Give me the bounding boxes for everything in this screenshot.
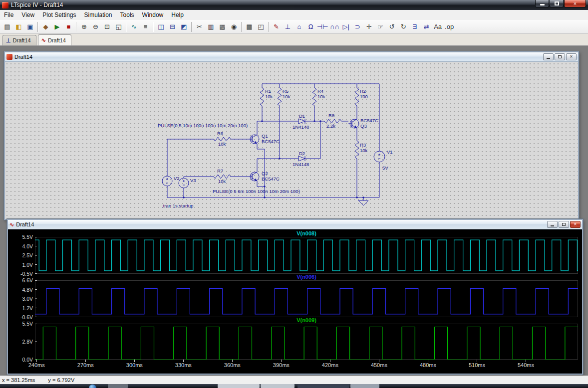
print-icon[interactable]: ▦ xyxy=(244,21,255,32)
schematic-close-button[interactable]: × xyxy=(566,53,577,60)
minimize-button[interactable] xyxy=(535,0,549,7)
paste-icon[interactable]: ▩ xyxy=(217,21,228,32)
trace-title[interactable]: V(n009) xyxy=(35,317,578,324)
resistor-R4[interactable] xyxy=(312,88,316,106)
text-icon[interactable]: Aa xyxy=(432,21,444,32)
ground-symbol[interactable] xyxy=(358,200,368,205)
trace-title[interactable]: V(n006) xyxy=(35,274,578,280)
waveform-close-button[interactable]: × xyxy=(570,221,581,228)
waveform-trace[interactable] xyxy=(35,288,578,314)
find-icon[interactable]: ◉ xyxy=(228,21,240,32)
new-schematic-icon[interactable]: ▤ xyxy=(1,21,13,32)
waveform-trace[interactable] xyxy=(35,327,578,360)
move-icon[interactable]: ✛ xyxy=(363,21,375,32)
diode-icon[interactable]: ▷| xyxy=(340,21,352,32)
schematic-canvas[interactable]: R110kR510kR410kR2100D11N4148D21N4148R82.… xyxy=(5,62,578,219)
voltage-source-V3[interactable] xyxy=(179,178,189,188)
taskbar-item[interactable] xyxy=(350,384,379,388)
zoom-in-icon[interactable]: ⊕ xyxy=(78,21,90,32)
menu-simulation[interactable]: Simulation xyxy=(80,10,116,20)
taskbar-item[interactable] xyxy=(218,384,260,388)
zoom-out-icon[interactable]: ⊖ xyxy=(90,21,101,32)
run-icon[interactable]: ▶ xyxy=(51,21,63,32)
spice-directive-icon[interactable]: .op xyxy=(444,21,455,32)
waveform-window-titlebar[interactable]: ∿ Draft14 × xyxy=(8,220,582,229)
tile-horizontal-icon[interactable]: ⊟ xyxy=(167,21,178,32)
tile-vertical-icon[interactable]: ◫ xyxy=(155,21,167,32)
diode-D1[interactable] xyxy=(298,119,305,124)
menu-help[interactable]: Help xyxy=(167,10,188,20)
control-panel-icon[interactable]: ◆ xyxy=(40,21,51,32)
trace-title[interactable]: V(n008) xyxy=(35,230,578,237)
resistor-R7[interactable] xyxy=(214,175,231,179)
menu-file[interactable]: File xyxy=(0,10,17,20)
diode-D2[interactable] xyxy=(298,156,305,161)
resistor-R1[interactable] xyxy=(260,88,264,106)
copy-icon[interactable]: ▥ xyxy=(205,21,217,32)
waveform-plot[interactable] xyxy=(35,237,578,274)
halt-icon[interactable]: ■ xyxy=(63,21,74,32)
print-preview-icon[interactable]: ◰ xyxy=(255,21,267,32)
menu-plot-settings[interactable]: Plot Settings xyxy=(38,10,80,20)
schematic-label: BC547C xyxy=(262,176,280,182)
schematic-maximize-button[interactable] xyxy=(555,53,565,60)
title-bar[interactable]: LTspice IV - Draft14 × xyxy=(0,0,588,10)
taskbar-item[interactable] xyxy=(108,384,128,388)
schematic-window-titlebar[interactable]: Draft14 × xyxy=(5,52,578,62)
waveform-plot[interactable] xyxy=(35,280,578,317)
resistor-icon[interactable]: Ω xyxy=(305,21,316,32)
waveform-minimize-button[interactable] xyxy=(547,221,558,228)
waveform-trace[interactable] xyxy=(35,240,578,271)
taskbar-item[interactable] xyxy=(261,384,294,388)
open-file-icon[interactable]: ◧ xyxy=(13,21,24,32)
schematic-label: Q2 xyxy=(262,171,268,176)
resistor-R6[interactable] xyxy=(214,137,231,141)
drag-icon[interactable]: ☞ xyxy=(375,21,386,32)
schematic-canvas-svg[interactable]: R110kR510kR410kR2100D11N4148D21N4148R82.… xyxy=(5,62,578,219)
taskbar-item[interactable] xyxy=(297,384,349,388)
close-button[interactable]: × xyxy=(564,0,586,7)
waveform-plot[interactable] xyxy=(35,324,578,360)
inductor-icon[interactable]: ∩∩ xyxy=(329,21,340,32)
component-icon[interactable]: ⊃ xyxy=(352,21,363,32)
undo-icon[interactable]: ↺ xyxy=(386,21,398,32)
menu-view[interactable]: View xyxy=(17,10,38,20)
schematic-window[interactable]: Draft14 × R110kR510kR410kR2100D11N4148D2… xyxy=(4,51,579,220)
waveform-maximize-button[interactable] xyxy=(559,221,569,228)
ground-icon[interactable]: ⊥ xyxy=(282,21,294,32)
schematic-minimize-button[interactable] xyxy=(543,53,554,60)
rotate-icon[interactable]: Ǝ xyxy=(409,21,421,32)
zoom-area-icon[interactable]: ◱ xyxy=(113,21,124,32)
transistor-Q1[interactable] xyxy=(249,132,259,146)
resistor-R3[interactable] xyxy=(355,141,359,159)
mirror-icon[interactable]: ⇄ xyxy=(421,21,432,32)
start-button[interactable] xyxy=(89,385,96,388)
maximize-button[interactable] xyxy=(550,0,564,7)
cursor-x-readout: x = 381.25ms xyxy=(2,377,35,383)
zoom-full-icon[interactable]: ⊡ xyxy=(101,21,113,32)
cascade-windows-icon[interactable]: ◩ xyxy=(178,21,190,32)
waveform-client[interactable]: V(n008)5.5V4.0V2.5V1.0V-0.5VV(n006)6.6V4… xyxy=(8,229,582,374)
cut-icon[interactable]: ✂ xyxy=(194,21,205,32)
waveform-window[interactable]: ∿ Draft14 × V(n008)5.5V4.0V2.5V1.0V-0.5V… xyxy=(7,219,583,375)
tab-draft14-waveform[interactable]: ∿ Draft14 xyxy=(38,34,71,45)
menu-tools[interactable]: Tools xyxy=(116,10,138,20)
draw-wire-icon[interactable]: ✎ xyxy=(271,21,282,32)
save-icon[interactable]: ▣ xyxy=(24,21,36,32)
resistor-R5[interactable] xyxy=(278,88,282,106)
menu-window[interactable]: Window xyxy=(138,10,168,20)
voltage-source-V2[interactable] xyxy=(162,176,172,186)
transistor-Q2[interactable] xyxy=(249,170,259,184)
netlist-icon[interactable]: ≡ xyxy=(140,21,151,32)
capacitor-icon[interactable]: ⊣⊢ xyxy=(316,21,329,32)
redo-icon[interactable]: ↻ xyxy=(398,21,409,32)
minimize-icon xyxy=(551,225,554,226)
tab-draft14-schematic[interactable]: ⊥ Draft14 xyxy=(2,35,36,45)
plot-settings-icon[interactable]: ∿ xyxy=(128,21,140,32)
transistor-Q3[interactable] xyxy=(348,117,359,131)
resistor-R2[interactable] xyxy=(355,88,359,106)
label-net-icon[interactable]: ⌂ xyxy=(294,21,305,32)
resistor-R8[interactable] xyxy=(324,119,341,123)
schematic-label: 10k xyxy=(218,141,226,147)
voltage-source-V1[interactable] xyxy=(374,151,385,162)
